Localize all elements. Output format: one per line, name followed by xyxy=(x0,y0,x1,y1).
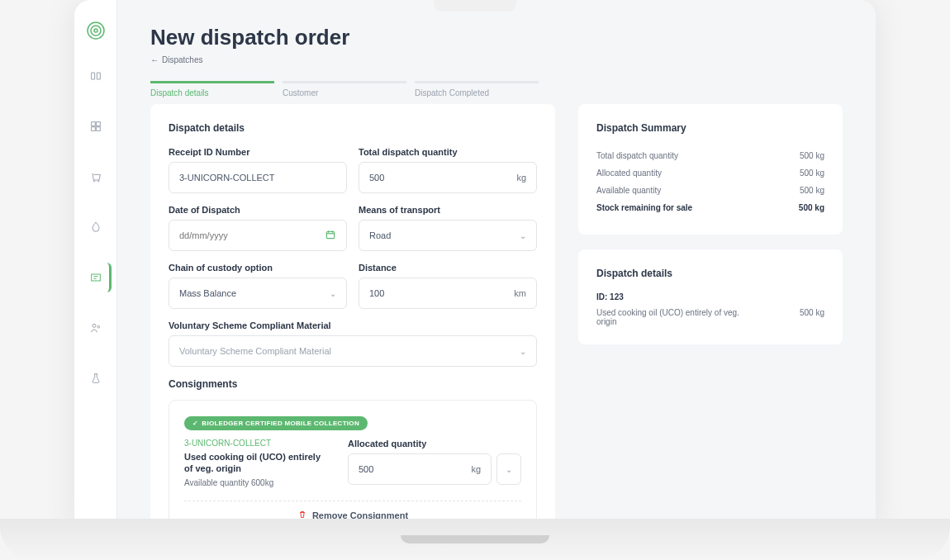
distance-label: Distance xyxy=(359,263,537,273)
svg-point-1 xyxy=(91,26,101,36)
scheme-placeholder: Voluntary Scheme Compliant Material xyxy=(179,346,331,356)
svg-point-10 xyxy=(93,324,96,327)
distance-input[interactable]: km xyxy=(359,278,537,309)
details-item-label: Used cooking oil (UCO) entirely of veg. … xyxy=(596,308,745,326)
sidebar xyxy=(74,0,117,533)
date-label: Date of Dispatch xyxy=(169,205,347,215)
alloc-input[interactable]: kg xyxy=(348,453,492,485)
nav-icon-book[interactable] xyxy=(81,61,111,91)
summary-value: 500 kg xyxy=(800,186,824,195)
summary-card: Dispatch Summary Total dispatch quantity… xyxy=(578,104,843,235)
svg-rect-6 xyxy=(96,127,100,131)
device-trackpad xyxy=(401,535,549,543)
consignment-name: Used cooking oil (UCO) entirely of veg. … xyxy=(184,451,328,475)
svg-point-11 xyxy=(97,325,100,328)
breadcrumb-label: Dispatches xyxy=(162,55,202,64)
transport-value: Road xyxy=(369,230,391,240)
transport-label: Means of transport xyxy=(359,205,537,215)
chevron-down-icon: ⌄ xyxy=(520,231,526,240)
consignments-title: Consignments xyxy=(169,378,537,390)
tabs: Dispatch details Customer Dispatch Compl… xyxy=(150,81,843,104)
nav-icon-grid[interactable] xyxy=(81,112,111,141)
scheme-label: Voluntary Scheme Compliant Material xyxy=(169,320,537,330)
svg-point-8 xyxy=(97,181,98,182)
page-title: New dispatch order xyxy=(150,25,843,50)
receipt-id-label: Receipt ID Number xyxy=(169,147,347,157)
main-content: New dispatch order ← Dispatches Dispatch… xyxy=(117,0,876,533)
card-title: Dispatch details xyxy=(169,122,537,134)
date-input[interactable] xyxy=(169,220,347,251)
svg-point-7 xyxy=(93,181,94,182)
custody-label: Chain of custody option xyxy=(169,263,347,273)
logo-icon xyxy=(86,21,106,40)
alloc-unit-select[interactable]: ⌄ xyxy=(496,453,521,485)
calendar-icon xyxy=(325,229,336,242)
details-row: Used cooking oil (UCO) entirely of veg. … xyxy=(596,308,824,326)
tab-dispatch-completed[interactable]: Dispatch Completed xyxy=(415,81,539,104)
svg-rect-3 xyxy=(91,122,95,126)
content-row: Dispatch details Receipt ID Number Total… xyxy=(150,104,843,533)
alloc-unit: kg xyxy=(471,464,481,474)
badge-label: BIOLEDGER CERTIFIED MOBILE COLLECTION xyxy=(202,420,359,427)
summary-label: Available quantity xyxy=(596,186,661,195)
summary-row: Stock remaining for sale 500 kg xyxy=(596,199,824,216)
svg-rect-12 xyxy=(326,232,334,239)
svg-point-2 xyxy=(94,29,97,32)
summary-value: 500 kg xyxy=(800,168,824,178)
svg-point-0 xyxy=(88,22,104,39)
consignment-info: 3-UNICORN-COLLECT Used cooking oil (UCO)… xyxy=(184,439,328,487)
nav-icon-lab[interactable] xyxy=(81,363,111,393)
left-column: Dispatch details Receipt ID Number Total… xyxy=(150,104,555,533)
device-frame: New dispatch order ← Dispatches Dispatch… xyxy=(74,0,876,533)
device-notch xyxy=(434,0,516,12)
transport-select[interactable]: Road ⌄ xyxy=(359,220,537,251)
device-base xyxy=(0,519,950,560)
dispatch-details-card: Dispatch details Receipt ID Number Total… xyxy=(150,104,555,533)
scheme-select[interactable]: Voluntary Scheme Compliant Material ⌄ xyxy=(169,335,537,367)
summary-row: Total dispatch quantity 500 kg xyxy=(596,147,824,164)
summary-row: Allocated quantity 500 kg xyxy=(596,164,824,182)
details-card: Dispatch details ID: 123 Used cooking oi… xyxy=(578,249,843,344)
distance-unit: km xyxy=(514,288,526,298)
summary-label: Stock remaining for sale xyxy=(596,203,692,212)
consignment-card: ✓ BIOLEDGER CERTIFIED MOBILE COLLECTION … xyxy=(169,400,537,532)
consignment-available: Available quantity 600kg xyxy=(184,478,328,487)
chevron-down-icon: ⌄ xyxy=(330,289,336,298)
remove-consignment-button[interactable]: Remove Consignment xyxy=(184,501,521,521)
certified-badge: ✓ BIOLEDGER CERTIFIED MOBILE COLLECTION xyxy=(184,416,368,430)
details-id: ID: 123 xyxy=(596,292,824,301)
nav-icon-users[interactable] xyxy=(81,313,111,343)
svg-rect-5 xyxy=(91,127,95,131)
consignment-id: 3-UNICORN-COLLECT xyxy=(184,439,328,448)
total-qty-unit: kg xyxy=(516,173,526,183)
summary-label: Allocated quantity xyxy=(596,168,662,178)
total-qty-input[interactable]: kg xyxy=(359,162,537,193)
summary-value: 500 kg xyxy=(799,203,824,212)
details-title: Dispatch details xyxy=(596,268,824,279)
svg-rect-9 xyxy=(91,274,100,281)
check-icon: ✓ xyxy=(192,420,198,427)
summary-value: 500 kg xyxy=(800,151,824,160)
receipt-id-input[interactable] xyxy=(169,162,347,193)
breadcrumb[interactable]: ← Dispatches xyxy=(150,55,843,64)
back-arrow-icon: ← xyxy=(150,55,159,64)
nav-icon-cart[interactable] xyxy=(81,162,111,192)
tab-dispatch-details[interactable]: Dispatch details xyxy=(150,81,274,104)
alloc-label: Allocated quantity xyxy=(348,439,521,448)
summary-row: Available quantity 500 kg xyxy=(596,182,824,199)
right-column: Dispatch Summary Total dispatch quantity… xyxy=(578,104,843,533)
app-container: New dispatch order ← Dispatches Dispatch… xyxy=(74,0,876,533)
summary-label: Total dispatch quantity xyxy=(596,151,678,160)
details-item-value: 500 kg xyxy=(800,308,824,326)
total-qty-label: Total dispatch quantity xyxy=(359,147,537,157)
nav-icon-drop[interactable] xyxy=(81,212,111,242)
chevron-down-icon: ⌄ xyxy=(520,347,526,356)
summary-title: Dispatch Summary xyxy=(596,122,824,134)
tab-customer[interactable]: Customer xyxy=(283,81,406,104)
svg-rect-4 xyxy=(96,122,100,126)
nav-icon-dispatch[interactable] xyxy=(82,263,112,292)
custody-select[interactable]: Mass Balance ⌄ xyxy=(169,278,347,309)
custody-value: Mass Balance xyxy=(179,288,236,298)
